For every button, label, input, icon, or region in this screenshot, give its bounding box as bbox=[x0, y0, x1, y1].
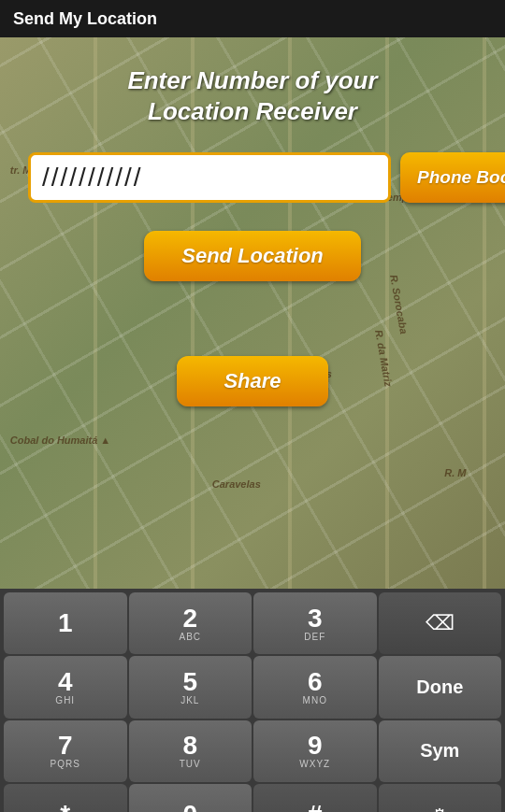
share-button[interactable]: Share bbox=[177, 356, 327, 406]
key-4[interactable]: 4 GHI bbox=[4, 656, 127, 718]
key-3[interactable]: 3 DEF bbox=[253, 592, 377, 654]
key-done[interactable]: Done bbox=[379, 656, 502, 718]
heading-line2: Location Receiver bbox=[148, 97, 357, 125]
gear-icon: ⚙ bbox=[432, 805, 447, 812]
title-bar: Send My Location bbox=[0, 0, 505, 37]
heading-line1: Enter Number of your bbox=[127, 66, 377, 94]
key-6[interactable]: 6 MNO bbox=[253, 656, 377, 718]
input-row: Phone Book bbox=[28, 152, 477, 203]
key-2[interactable]: 2 ABC bbox=[129, 592, 252, 654]
key-star[interactable]: * bbox=[4, 784, 127, 812]
key-7[interactable]: 7 PQRS bbox=[4, 720, 127, 782]
key-1[interactable]: 1 bbox=[4, 592, 127, 654]
key-5[interactable]: 5 JKL bbox=[129, 656, 252, 718]
key-settings[interactable]: ⚙ bbox=[379, 784, 502, 812]
key-backspace[interactable]: ⌫ bbox=[379, 592, 502, 654]
key-0[interactable]: 0 bbox=[129, 784, 252, 812]
app-title: Send My Location bbox=[13, 9, 157, 29]
key-9[interactable]: 9 WXYZ bbox=[253, 720, 377, 782]
heading-text: Enter Number of your Location Receiver bbox=[127, 65, 377, 126]
keyboard: 1 2 ABC 3 DEF ⌫ 4 GHI 5 JKL 6 MNO Done 7… bbox=[0, 589, 505, 812]
phone-number-input[interactable] bbox=[28, 152, 391, 203]
key-hash[interactable]: # bbox=[253, 784, 377, 812]
send-location-button[interactable]: Send Location bbox=[144, 231, 361, 281]
map-area: tr. Mirante Do... Contemp... R. Sorocaba… bbox=[0, 37, 505, 589]
key-sym[interactable]: Sym bbox=[379, 720, 502, 782]
key-8[interactable]: 8 TUV bbox=[129, 720, 252, 782]
overlay: Enter Number of your Location Receiver P… bbox=[0, 37, 505, 589]
phone-book-button[interactable]: Phone Book bbox=[400, 152, 505, 203]
